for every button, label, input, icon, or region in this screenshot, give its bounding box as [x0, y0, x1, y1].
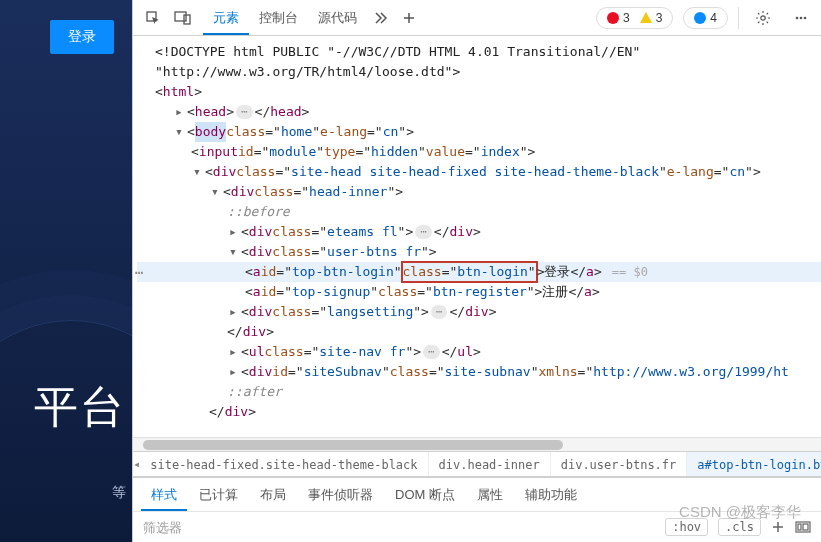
hov-toggle[interactable]: :hov — [665, 518, 708, 536]
login-button[interactable]: 登录 — [50, 20, 114, 54]
info-count: 4 — [710, 11, 717, 25]
styles-filter-row: :hov .cls — [133, 512, 821, 542]
collapse-icon[interactable]: ▾ — [191, 162, 203, 182]
issues-badges[interactable]: 3 3 — [596, 7, 673, 29]
breadcrumb-item[interactable]: site-head-fixed.site-head-theme-black — [140, 452, 428, 476]
tab-accessibility[interactable]: 辅助功能 — [515, 479, 587, 511]
website-preview: 登录 平台 等 — [0, 0, 132, 542]
tab-properties[interactable]: 属性 — [467, 479, 513, 511]
doctype-line2: "http://www.w3.org/TR/html4/loose.dtd"> — [155, 62, 460, 82]
dom-node-selected[interactable]: ⋯ <a id="top-btn-login" class="btn-login… — [137, 262, 821, 282]
expand-icon[interactable]: ▸ — [173, 102, 185, 122]
selected-marker-icon: ⋯ — [135, 262, 143, 282]
dom-pseudo[interactable]: ::after — [137, 382, 821, 402]
tab-elements[interactable]: 元素 — [203, 1, 249, 35]
svg-point-6 — [804, 16, 807, 19]
device-toggle-icon[interactable] — [169, 4, 197, 32]
ellipsis-icon[interactable]: ⋯ — [423, 345, 440, 359]
dom-node[interactable]: ▸<div id="siteSubnav" class="site-subnav… — [137, 362, 821, 382]
dom-pseudo[interactable]: ::before — [137, 202, 821, 222]
info-icon — [694, 12, 706, 24]
svg-point-4 — [796, 16, 799, 19]
collapse-icon[interactable]: ▾ — [227, 242, 239, 262]
tab-event-listeners[interactable]: 事件侦听器 — [298, 479, 383, 511]
scrollbar-thumb[interactable] — [143, 440, 563, 450]
styles-panel: 样式 已计算 布局 事件侦听器 DOM 断点 属性 辅助功能 :hov .cls — [133, 477, 821, 542]
expand-icon[interactable]: ▸ — [227, 362, 239, 382]
divider — [738, 7, 739, 29]
info-badge[interactable]: 4 — [683, 7, 728, 29]
svg-rect-2 — [184, 15, 190, 24]
breadcrumb-item[interactable]: div.head-inner — [429, 452, 551, 476]
devtools-tabs: 元素 控制台 源代码 — [203, 1, 423, 35]
warning-icon — [640, 12, 652, 23]
dom-node[interactable]: ▾<body class="home" e-lang="cn"> — [137, 122, 821, 142]
ellipsis-icon[interactable]: ⋯ — [415, 225, 432, 239]
flex-icon[interactable] — [795, 521, 811, 533]
dom-node[interactable]: ▾<div class="site-head site-head-fixed s… — [137, 162, 821, 182]
svg-rect-9 — [803, 524, 808, 530]
dom-node[interactable]: <html> — [137, 82, 821, 102]
tab-console[interactable]: 控制台 — [249, 1, 308, 35]
breadcrumb: ◂ site-head-fixed.site-head-theme-black … — [133, 451, 821, 477]
dom-node[interactable]: ▸<ul class="site-nav fr">⋯</ul> — [137, 342, 821, 362]
styles-tabs: 样式 已计算 布局 事件侦听器 DOM 断点 属性 辅助功能 — [133, 478, 821, 512]
dom-node[interactable]: ▸<div class="langsetting">⋯</div> — [137, 302, 821, 322]
svg-rect-8 — [798, 524, 801, 530]
dom-node-close[interactable]: </div> — [137, 322, 821, 342]
breadcrumb-item[interactable]: div.user-btns.fr — [551, 452, 688, 476]
console-ref: == $0 — [612, 262, 648, 282]
hero-text: 平台 — [34, 378, 126, 437]
dom-node[interactable]: ▸<div class="eteams fl">⋯</div> — [137, 222, 821, 242]
devtools-panel: 元素 控制台 源代码 3 3 4 — [132, 0, 821, 542]
new-rule-icon[interactable] — [771, 520, 785, 534]
dom-node[interactable]: <a id="top-signup" class="btn-register">… — [137, 282, 821, 302]
hero-subtext: 等 — [112, 484, 126, 502]
collapse-icon[interactable]: ▾ — [173, 122, 185, 142]
collapse-icon[interactable]: ▾ — [209, 182, 221, 202]
dom-node-close[interactable]: </div> — [137, 402, 821, 422]
tab-styles[interactable]: 样式 — [141, 479, 187, 511]
dom-tree[interactable]: <!DOCTYPE html PUBLIC "-//W3C//DTD HTML … — [133, 36, 821, 437]
error-count: 3 — [623, 11, 630, 25]
ellipsis-icon[interactable]: ⋯ — [236, 105, 253, 119]
tab-sources[interactable]: 源代码 — [308, 1, 367, 35]
devtools-toolbar: 元素 控制台 源代码 3 3 4 — [133, 0, 821, 36]
expand-icon[interactable]: ▸ — [227, 342, 239, 362]
warning-count: 3 — [656, 11, 663, 25]
breadcrumb-prev-icon[interactable]: ◂ — [133, 457, 140, 471]
add-tab-icon[interactable] — [395, 4, 423, 32]
svg-point-5 — [800, 16, 803, 19]
dom-node[interactable]: <input id="module" type="hidden" value="… — [137, 142, 821, 162]
settings-icon[interactable] — [749, 4, 777, 32]
expand-icon[interactable]: ▸ — [227, 302, 239, 322]
tab-computed[interactable]: 已计算 — [189, 479, 248, 511]
dom-node[interactable]: ▾<div class="user-btns fr"> — [137, 242, 821, 262]
horizontal-scrollbar[interactable] — [133, 437, 821, 451]
dom-node[interactable]: ▸<head>⋯</head> — [137, 102, 821, 122]
expand-icon[interactable]: ▸ — [227, 222, 239, 242]
more-tabs-icon[interactable] — [367, 4, 395, 32]
doctype-line: <!DOCTYPE html PUBLIC "-//W3C//DTD HTML … — [155, 42, 640, 62]
inspect-icon[interactable] — [139, 4, 167, 32]
tab-layout[interactable]: 布局 — [250, 479, 296, 511]
cls-toggle[interactable]: .cls — [718, 518, 761, 536]
breadcrumb-item-active[interactable]: a#top-btn-login.btn-logi — [687, 452, 821, 476]
dom-node[interactable]: ▾<div class="head-inner"> — [137, 182, 821, 202]
svg-point-3 — [761, 15, 765, 19]
tab-dom-breakpoints[interactable]: DOM 断点 — [385, 479, 465, 511]
error-icon — [607, 12, 619, 24]
ellipsis-icon[interactable]: ⋯ — [431, 305, 448, 319]
more-icon[interactable] — [787, 4, 815, 32]
styles-filter-input[interactable] — [143, 520, 323, 535]
